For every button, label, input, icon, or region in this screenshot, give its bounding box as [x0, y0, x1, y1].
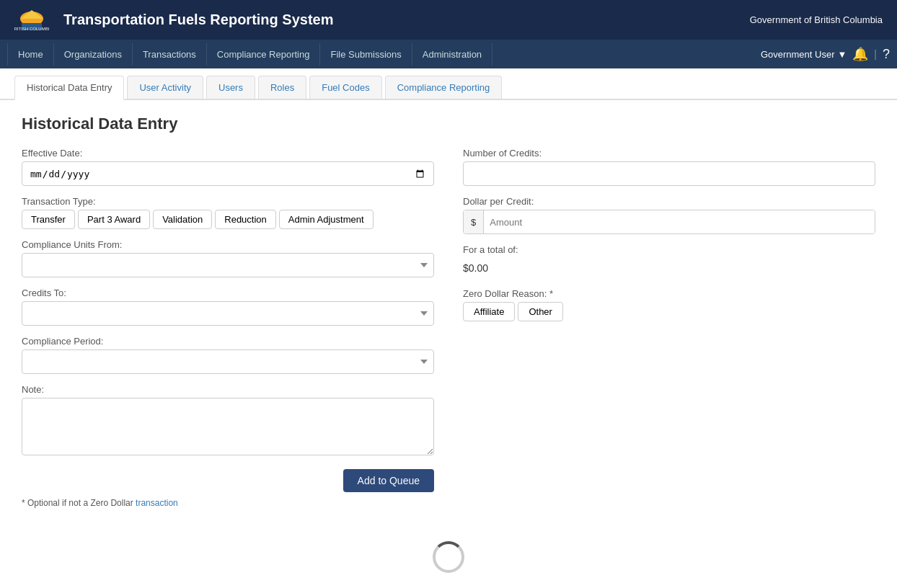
footnote-link[interactable]: transaction — [136, 498, 178, 508]
left-panel: Effective Date: Transaction Type: Transf… — [22, 148, 434, 508]
number-of-credits-label: Number of Credits: — [463, 148, 875, 159]
add-to-queue-button[interactable]: Add to Queue — [343, 469, 434, 492]
credits-to-label: Credits To: — [22, 288, 434, 298]
nav-administration[interactable]: Administration — [412, 43, 492, 66]
tab-historical-data-entry[interactable]: Historical Data Entry — [14, 76, 124, 100]
nav-transactions[interactable]: Transactions — [133, 43, 207, 66]
loading-spinner — [433, 541, 464, 573]
nav-compliance-reporting[interactable]: Compliance Reporting — [207, 43, 321, 66]
svg-text:BRITISH COLUMBIA: BRITISH COLUMBIA — [14, 27, 49, 31]
nav-user[interactable]: Government User ▼ — [761, 49, 847, 60]
row-effective-date-credits: Effective Date: Transaction Type: Transf… — [22, 148, 875, 508]
tab-fuel-codes[interactable]: Fuel Codes — [309, 76, 381, 99]
effective-date-section: Effective Date: — [22, 148, 434, 186]
transaction-type-transfer[interactable]: Transfer — [22, 210, 75, 229]
credits-to-select[interactable] — [22, 301, 434, 326]
nav-bar: Home Organizations Transactions Complian… — [0, 40, 897, 68]
tab-bar: Historical Data Entry User Activity User… — [0, 76, 897, 100]
compliance-period-section: Compliance Period: — [22, 336, 434, 374]
note-textarea[interactable] — [22, 398, 434, 455]
zero-dollar-other[interactable]: Other — [518, 302, 563, 321]
dollar-per-credit-section: Dollar per Credit: $ — [463, 196, 875, 234]
gov-user-label: Government User — [761, 49, 835, 60]
add-to-queue-row: Add to Queue — [22, 469, 434, 492]
compliance-period-select[interactable] — [22, 349, 434, 374]
bc-logo-icon: BRITISH COLUMBIA — [14, 3, 49, 37]
compliance-units-from-section: Compliance Units From: — [22, 239, 434, 277]
zero-dollar-reason-group: Affiliate Other — [463, 302, 875, 321]
tab-users[interactable]: Users — [206, 76, 255, 99]
for-a-total-section: For a total of: $0.00 — [463, 244, 875, 278]
for-a-total-label: For a total of: — [463, 244, 875, 255]
zero-dollar-affiliate[interactable]: Affiliate — [463, 302, 515, 321]
nav-home[interactable]: Home — [7, 43, 54, 66]
effective-date-input[interactable] — [22, 161, 434, 186]
dollar-input-group: $ — [463, 210, 875, 234]
header: BRITISH COLUMBIA Transportation Fuels Re… — [0, 0, 897, 40]
compliance-units-from-select[interactable] — [22, 253, 434, 277]
chevron-down-icon: ▼ — [837, 49, 847, 60]
help-icon[interactable]: ? — [883, 47, 890, 62]
page-title: Historical Data Entry — [22, 115, 875, 133]
amount-input[interactable] — [484, 210, 875, 233]
note-section: Note: — [22, 384, 434, 458]
note-label: Note: — [22, 384, 434, 395]
zero-dollar-reason-section: Zero Dollar Reason: * Affiliate Other — [463, 288, 875, 321]
bell-icon[interactable]: 🔔 — [852, 46, 868, 62]
transaction-type-label: Transaction Type: — [22, 196, 434, 207]
transaction-type-group: Transfer Part 3 Award Validation Reducti… — [22, 210, 434, 229]
compliance-period-label: Compliance Period: — [22, 336, 434, 347]
number-of-credits-input[interactable] — [463, 161, 875, 186]
compliance-units-from-label: Compliance Units From: — [22, 239, 434, 250]
tab-user-activity[interactable]: User Activity — [127, 76, 203, 99]
loading-spinner-container — [22, 520, 875, 588]
transaction-type-part3award[interactable]: Part 3 Award — [78, 210, 150, 229]
nav-links: Home Organizations Transactions Complian… — [7, 43, 492, 66]
app-title: Transportation Fuels Reporting System — [63, 12, 334, 28]
tab-roles[interactable]: Roles — [258, 76, 306, 99]
logo: BRITISH COLUMBIA Transportation Fuels Re… — [14, 3, 334, 37]
gov-name: Government of British Columbia — [750, 14, 883, 25]
credits-to-section: Credits To: — [22, 288, 434, 326]
zero-dollar-reason-label: Zero Dollar Reason: * — [463, 288, 875, 299]
dollar-per-credit-label: Dollar per Credit: — [463, 196, 875, 207]
main-content: Historical Data Entry Effective Date: Tr… — [0, 100, 897, 588]
effective-date-label: Effective Date: — [22, 148, 434, 159]
tab-compliance-reporting[interactable]: Compliance Reporting — [385, 76, 503, 99]
transaction-type-admin-adjustment[interactable]: Admin Adjustment — [279, 210, 374, 229]
nav-right: Government User ▼ 🔔 | ? — [761, 46, 890, 62]
total-value: $0.00 — [463, 258, 875, 278]
nav-organizations[interactable]: Organizations — [54, 43, 133, 66]
footnote-text: * Optional if not a Zero Dollar — [22, 498, 136, 508]
right-panel: Number of Credits: Dollar per Credit: $ … — [463, 148, 875, 508]
number-of-credits-section: Number of Credits: — [463, 148, 875, 186]
transaction-type-reduction[interactable]: Reduction — [215, 210, 276, 229]
footnote: * Optional if not a Zero Dollar transact… — [22, 498, 434, 508]
transaction-type-validation[interactable]: Validation — [153, 210, 212, 229]
transaction-type-section: Transaction Type: Transfer Part 3 Award … — [22, 196, 434, 229]
dollar-sign: $ — [464, 210, 484, 233]
nav-file-submissions[interactable]: File Submissions — [320, 43, 412, 66]
